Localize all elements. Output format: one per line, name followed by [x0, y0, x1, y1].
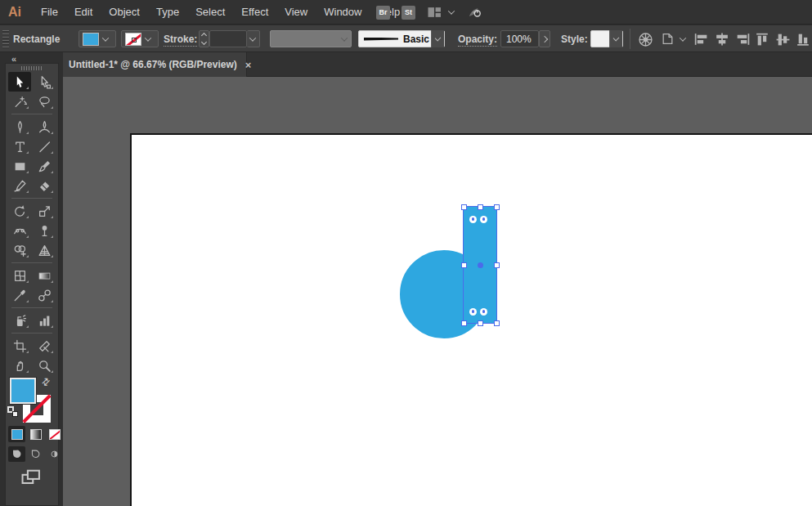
fill-color-dropdown[interactable]	[79, 30, 116, 47]
stroke-color-dropdown[interactable]	[121, 30, 159, 47]
scale-tool[interactable]	[33, 201, 56, 221]
curvature-tool[interactable]	[33, 117, 56, 137]
control-bar-grip[interactable]	[2, 29, 9, 48]
line-segment-tool[interactable]	[33, 137, 56, 156]
selection-handle[interactable]	[494, 262, 500, 268]
align-vertical-center-icon[interactable]	[775, 32, 792, 46]
menu-effect[interactable]: Effect	[233, 0, 276, 25]
live-corner-widget[interactable]	[480, 216, 487, 223]
magic-wand-tool[interactable]	[8, 92, 31, 111]
default-fill-stroke-icon[interactable]	[7, 406, 18, 417]
workspace-switcher-icon[interactable]	[427, 6, 454, 19]
tab-close-icon[interactable]: ×	[245, 59, 252, 71]
align-horizontal-right-icon[interactable]	[734, 32, 751, 46]
eraser-tool[interactable]	[33, 176, 56, 195]
selection-tool[interactable]	[8, 72, 31, 92]
brush-style-label: Basic	[403, 34, 429, 45]
gradient-button[interactable]	[27, 426, 44, 442]
slice-tool[interactable]	[33, 336, 56, 356]
opacity-stepper[interactable]	[539, 30, 550, 47]
menu-object[interactable]: Object	[101, 0, 148, 25]
selection-center-point[interactable]	[478, 262, 483, 268]
symbol-sprayer-tool[interactable]	[8, 311, 31, 330]
mesh-tool[interactable]	[8, 266, 31, 285]
selection-handle[interactable]	[494, 320, 500, 326]
stroke-weight-dropdown[interactable]	[247, 30, 260, 47]
menu-bar: Ai FileEditObjectTypeSelectEffectViewWin…	[0, 0, 812, 25]
none-button[interactable]	[46, 426, 63, 442]
stroke-link[interactable]: Stroke:	[164, 34, 197, 47]
selection-handle[interactable]	[461, 320, 467, 326]
align-horizontal-left-icon[interactable]	[693, 32, 710, 46]
bridge-icon[interactable]: Br	[376, 6, 390, 20]
artboard-tool[interactable]	[8, 336, 31, 356]
stock-icon[interactable]: St	[402, 6, 415, 20]
draw-inside-icon[interactable]	[46, 446, 63, 462]
type-tool[interactable]	[8, 137, 31, 156]
style-label: Style:	[561, 34, 588, 45]
screen-mode-icon[interactable]	[20, 468, 43, 486]
menu-edit[interactable]: Edit	[66, 0, 101, 25]
width-tool[interactable]	[8, 221, 31, 240]
draw-behind-icon[interactable]	[27, 446, 44, 462]
tool-panel-grip[interactable]	[21, 66, 43, 70]
column-graph-tool[interactable]	[33, 311, 56, 330]
menu-window[interactable]: Window	[316, 0, 370, 25]
opacity-field[interactable]: 100%	[500, 30, 539, 47]
stroke-weight-field[interactable]	[209, 30, 247, 47]
live-corner-widget[interactable]	[480, 308, 487, 316]
lasso-tool[interactable]	[33, 92, 56, 111]
swap-fill-stroke-icon[interactable]: ⇄	[39, 374, 53, 388]
rotate-tool[interactable]	[8, 201, 31, 221]
stroke-none-swatch[interactable]	[125, 33, 141, 46]
tool-group-separator	[11, 307, 52, 308]
left-dock: « ⇄	[0, 52, 63, 506]
eyedropper-tool[interactable]	[8, 285, 31, 305]
menu-type[interactable]: Type	[148, 0, 187, 25]
color-button[interactable]	[8, 426, 25, 442]
opacity-link[interactable]: Opacity:	[458, 34, 497, 47]
stroke-weight-stepper[interactable]	[199, 30, 209, 47]
rectangle-tool[interactable]	[8, 156, 31, 176]
menu-select[interactable]: Select	[187, 0, 233, 25]
gpu-performance-icon[interactable]	[465, 5, 483, 20]
fill-indicator[interactable]	[10, 378, 36, 404]
align-vertical-bottom-icon[interactable]	[796, 32, 812, 46]
live-corner-widget[interactable]	[469, 308, 477, 316]
paintbrush-tool[interactable]	[33, 156, 56, 176]
selection-handle[interactable]	[494, 204, 500, 210]
live-corner-widget[interactable]	[469, 216, 477, 223]
selection-handle[interactable]	[461, 262, 467, 268]
selection-handle[interactable]	[478, 320, 483, 326]
align-vertical-top-icon[interactable]	[755, 32, 771, 46]
selection-handle[interactable]	[478, 204, 483, 210]
perspective-grid-tool[interactable]	[33, 240, 56, 260]
app-logo[interactable]: Ai	[8, 5, 21, 20]
selection-handle[interactable]	[461, 204, 467, 210]
recolor-artwork-icon[interactable]	[638, 32, 654, 46]
menu-file[interactable]: File	[33, 0, 66, 25]
fill-color-swatch[interactable]	[83, 33, 99, 46]
tab-bar: Untitled-1* @ 66.67% (RGB/Preview) ×	[57, 52, 812, 77]
variable-width-profile-dropdown[interactable]: Basic	[358, 30, 445, 47]
document-tab[interactable]: Untitled-1* @ 66.67% (RGB/Preview) ×	[59, 52, 247, 77]
tool-group-separator	[11, 262, 52, 263]
shape-builder-tool[interactable]	[8, 240, 31, 260]
graphic-style-dropdown[interactable]	[590, 30, 623, 47]
menu-view[interactable]: View	[276, 0, 316, 25]
direct-selection-tool[interactable]	[33, 72, 56, 92]
hand-tool[interactable]	[8, 356, 31, 375]
tool-group-separator	[11, 198, 52, 199]
zoom-tool[interactable]	[33, 356, 56, 375]
shaper-tool[interactable]	[8, 176, 31, 195]
puppet-warp-tool[interactable]	[33, 221, 56, 240]
draw-normal-icon[interactable]	[8, 446, 25, 462]
blend-tool[interactable]	[33, 285, 56, 305]
gradient-tool[interactable]	[33, 266, 56, 285]
tool-group-separator	[11, 114, 52, 114]
menu-bar-right-icons: Br St	[376, 0, 483, 25]
pen-tool[interactable]	[8, 117, 31, 137]
shape-options-icon[interactable]	[661, 32, 685, 46]
align-horizontal-center-icon[interactable]	[714, 32, 730, 46]
menu-items: FileEditObjectTypeSelectEffectViewWindow…	[33, 0, 408, 25]
